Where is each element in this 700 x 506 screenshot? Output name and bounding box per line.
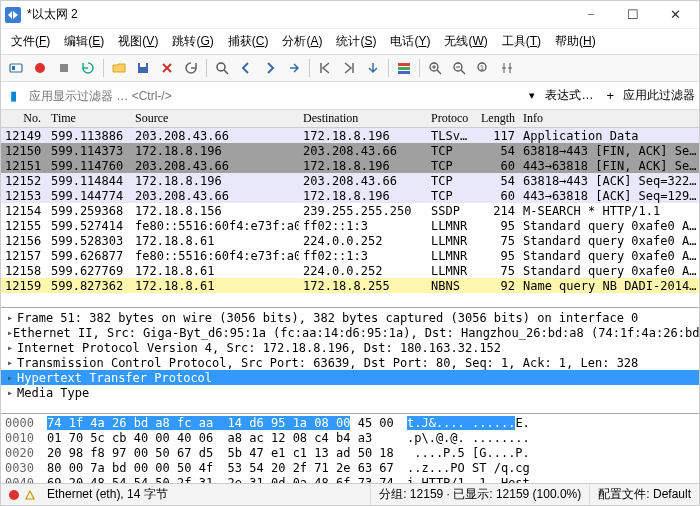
close-button[interactable]: ✕ [655, 3, 695, 27]
packet-row[interactable]: 12153599.144774203.208.43.66172.18.8.196… [1, 188, 699, 203]
col-header-time[interactable]: Time [47, 110, 131, 127]
interfaces-icon[interactable] [5, 57, 27, 79]
svg-rect-12 [398, 71, 410, 74]
go-next-icon[interactable] [259, 57, 281, 79]
resize-columns-icon[interactable] [496, 57, 518, 79]
packet-row[interactable]: 12154599.259368172.18.8.156239.255.255.2… [1, 203, 699, 218]
zoom-in-icon[interactable] [424, 57, 446, 79]
packet-row[interactable]: 12159599.827362172.18.8.61172.18.8.255NB… [1, 278, 699, 293]
menu-s[interactable]: 统计(S) [330, 31, 382, 52]
close-file-icon[interactable] [156, 57, 178, 79]
open-file-icon[interactable] [108, 57, 130, 79]
toolbar: 1 [1, 55, 699, 82]
menu-w[interactable]: 无线(W) [438, 31, 493, 52]
svg-point-2 [35, 63, 45, 73]
menu-t[interactable]: 工具(T) [496, 31, 547, 52]
go-prev-icon[interactable] [235, 57, 257, 79]
expression-button[interactable]: 表达式… [541, 85, 597, 106]
add-filter-button[interactable]: + [601, 86, 619, 105]
apply-filter-button[interactable]: 应用此过滤器 [623, 87, 695, 104]
restart-capture-icon[interactable] [77, 57, 99, 79]
filter-dropdown-icon[interactable]: ▾ [527, 87, 537, 104]
packet-list-pane[interactable]: No. Time Source Destination Protoco Leng… [1, 110, 699, 308]
packet-row[interactable]: 12149599.113886203.208.43.66172.18.8.196… [1, 128, 699, 143]
packet-row[interactable]: 12150599.114373172.18.8.196203.208.43.66… [1, 143, 699, 158]
save-file-icon[interactable] [132, 57, 154, 79]
cell-len: 75 [471, 263, 519, 279]
bookmark-filter-icon[interactable]: ▮ [5, 88, 21, 104]
hex-row[interactable]: 000074 1f 4a 26 bd a8 fc aa 14 d6 95 1a … [5, 416, 695, 431]
col-header-info[interactable]: Info [519, 110, 699, 127]
svg-line-14 [437, 70, 441, 74]
find-icon[interactable] [211, 57, 233, 79]
col-header-no[interactable]: No. [1, 110, 47, 127]
menu-a[interactable]: 分析(A) [276, 31, 328, 52]
status-right[interactable]: 配置文件: Default [590, 484, 699, 505]
menu-f[interactable]: 文件(F) [5, 31, 56, 52]
cell-len: 54 [471, 143, 519, 159]
minimize-button[interactable]: − [571, 3, 611, 27]
hex-row[interactable]: 001001 70 5c cb 40 00 40 06 a8 ac 12 08 … [5, 431, 695, 446]
go-last-icon[interactable] [338, 57, 360, 79]
packet-details-pane[interactable]: ▸ Frame 51: 382 bytes on wire (3056 bits… [1, 308, 699, 414]
cell-time: 599.627769 [47, 263, 131, 279]
cell-proto: SSDP [427, 203, 471, 219]
cell-no: 12155 [1, 218, 47, 234]
col-header-proto[interactable]: Protoco [427, 110, 471, 127]
detail-row[interactable]: ▸ Ethernet II, Src: Giga-Byt_d6:95:1a (f… [1, 325, 699, 340]
col-header-len[interactable]: Length [471, 110, 519, 127]
packet-row[interactable]: 12152599.114844172.18.8.196203.208.43.66… [1, 173, 699, 188]
go-packet-icon[interactable] [283, 57, 305, 79]
hex-row[interactable]: 004069 20 48 54 54 50 2f 31 2e 31 0d 0a … [5, 476, 695, 483]
colorize-icon[interactable] [393, 57, 415, 79]
packet-list-header[interactable]: No. Time Source Destination Protoco Leng… [1, 110, 699, 128]
packet-row[interactable]: 12157599.626877fe80::5516:60f4:e73f:a0e5… [1, 248, 699, 263]
menu-y[interactable]: 电话(Y) [384, 31, 436, 52]
packet-row[interactable]: 12158599.627769172.18.8.61224.0.0.252LLM… [1, 263, 699, 278]
title-bar: *以太网 2 − ☐ ✕ [1, 1, 699, 29]
stop-capture-icon[interactable] [53, 57, 75, 79]
packet-row[interactable]: 12155599.527414fe80::5516:60f4:e73f:a0e5… [1, 218, 699, 233]
packet-row[interactable]: 12156599.528303172.18.8.61224.0.0.252LLM… [1, 233, 699, 248]
reload-icon[interactable] [180, 57, 202, 79]
zoom-reset-icon[interactable]: 1 [472, 57, 494, 79]
cell-info: Name query NB DADI-2014… [519, 278, 699, 294]
hex-row[interactable]: 003080 00 7a bd 00 00 50 4f 53 54 20 2f … [5, 461, 695, 476]
cell-proto: TCP [427, 173, 471, 189]
cell-proto: TCP [427, 188, 471, 204]
detail-row[interactable]: ▸ Hypertext Transfer Protocol [1, 370, 699, 385]
menu-h[interactable]: 帮助(H) [549, 31, 602, 52]
cell-src: 203.208.43.66 [131, 128, 299, 144]
zoom-out-icon[interactable] [448, 57, 470, 79]
cell-dst: 172.18.8.196 [299, 128, 427, 144]
detail-row[interactable]: ▸ Frame 51: 382 bytes on wire (3056 bits… [1, 310, 699, 325]
cell-time: 599.827362 [47, 278, 131, 294]
go-first-icon[interactable] [314, 57, 336, 79]
cell-info: 63818→443 [FIN, ACK] Se… [519, 143, 699, 159]
cell-no: 12150 [1, 143, 47, 159]
auto-scroll-icon[interactable] [362, 57, 384, 79]
menu-c[interactable]: 捕获(C) [222, 31, 275, 52]
col-header-dst[interactable]: Destination [299, 110, 427, 127]
maximize-button[interactable]: ☐ [613, 3, 653, 27]
cell-len: 95 [471, 218, 519, 234]
status-left: Ethernet (eth), 14 字节 [39, 484, 371, 505]
expert-info-icon[interactable] [23, 488, 37, 502]
packet-bytes-pane[interactable]: 000074 1f 4a 26 bd a8 fc aa 14 d6 95 1a … [1, 414, 699, 483]
packet-row[interactable]: 12151599.114760203.208.43.66172.18.8.196… [1, 158, 699, 173]
menu-e[interactable]: 编辑(E) [58, 31, 110, 52]
display-filter-input[interactable] [25, 87, 523, 105]
hex-row[interactable]: 002020 98 f8 97 00 50 67 d5 5b 47 e1 c1 … [5, 446, 695, 461]
menu-g[interactable]: 跳转(G) [166, 31, 219, 52]
detail-row[interactable]: ▸ Transmission Control Protocol, Src Por… [1, 355, 699, 370]
detail-row[interactable]: ▸ Internet Protocol Version 4, Src: 172.… [1, 340, 699, 355]
expert-led-icon[interactable] [9, 490, 19, 500]
cell-no: 12154 [1, 203, 47, 219]
start-capture-icon[interactable] [29, 57, 51, 79]
cell-no: 12157 [1, 248, 47, 264]
menu-v[interactable]: 视图(V) [112, 31, 164, 52]
cell-src: fe80::5516:60f4:e73f:a0e5 [131, 218, 299, 234]
detail-row[interactable]: ▸ Media Type [1, 385, 699, 400]
cell-info: 443→63818 [FIN, ACK] Se… [519, 158, 699, 174]
col-header-src[interactable]: Source [131, 110, 299, 127]
